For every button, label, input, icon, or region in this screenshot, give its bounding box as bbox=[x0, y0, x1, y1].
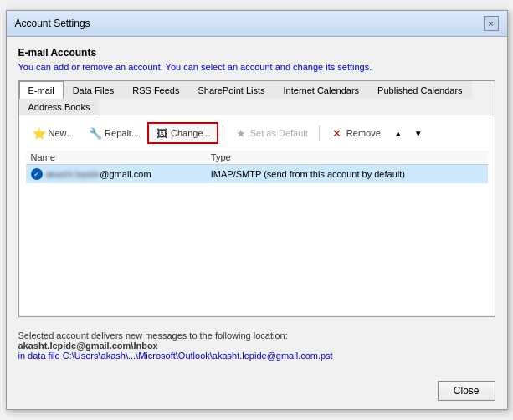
change-icon: 🖼 bbox=[155, 126, 168, 140]
new-icon: ⭐ bbox=[33, 126, 46, 140]
new-button[interactable]: ⭐ New... bbox=[26, 123, 81, 143]
tab-internet[interactable]: Internet Calendars bbox=[274, 81, 369, 99]
toolbar: ⭐ New... 🔧 Repair... 🖼 Change... ★ Se bbox=[26, 122, 488, 144]
table-row[interactable]: ✓ akasht.lepide@gmail.com IMAP/SMTP (sen… bbox=[26, 165, 488, 184]
separator1 bbox=[223, 125, 223, 141]
account-type-cell: IMAP/SMTP (send from this account by def… bbox=[206, 165, 488, 184]
default-icon: ★ bbox=[234, 126, 248, 140]
account-status-icon: ✓ bbox=[31, 168, 43, 180]
footer-info-text: Selected account delivers new messages t… bbox=[18, 330, 495, 341]
default-label: Set as Default bbox=[250, 128, 308, 138]
change-label: Change... bbox=[171, 128, 211, 138]
tab-published[interactable]: Published Calendars bbox=[368, 81, 472, 99]
title-close-button[interactable]: × bbox=[484, 16, 499, 31]
tab-bar: E-mail Data Files RSS Feeds SharePoint L… bbox=[19, 81, 495, 115]
up-icon: ▲ bbox=[394, 129, 403, 138]
close-dialog-button[interactable]: Close bbox=[438, 381, 495, 401]
remove-icon: ✕ bbox=[331, 126, 344, 140]
repair-button[interactable]: 🔧 Repair... bbox=[82, 123, 146, 143]
move-down-button[interactable]: ▼ bbox=[409, 125, 428, 141]
tab-content-email: ⭐ New... 🔧 Repair... 🖼 Change... ★ Se bbox=[19, 115, 495, 316]
col-type-header: Type bbox=[206, 151, 488, 165]
account-table: Name Type ✓ akasht.lepide@gmail.com bbox=[26, 151, 488, 183]
tab-control: E-mail Data Files RSS Feeds SharePoint L… bbox=[18, 80, 495, 317]
default-button[interactable]: ★ Set as Default bbox=[228, 123, 315, 143]
title-bar: Account Settings × bbox=[7, 11, 507, 37]
tab-email[interactable]: E-mail bbox=[19, 81, 64, 99]
tab-rssfeeds[interactable]: RSS Feeds bbox=[123, 81, 188, 99]
col-name-header: Name bbox=[26, 151, 206, 165]
change-button[interactable]: 🖼 Change... bbox=[147, 122, 218, 144]
location-bold: akasht.lepide@gmail.com\Inbox bbox=[18, 341, 495, 351]
dialog-footer: Close bbox=[7, 376, 507, 409]
account-name-cell: ✓ akasht.lepide@gmail.com bbox=[26, 165, 206, 184]
location-link: in data file C:\Users\akash\...\Microsof… bbox=[18, 351, 495, 361]
dialog-body: E-mail Accounts You can add or remove an… bbox=[7, 37, 507, 376]
repair-label: Repair... bbox=[105, 128, 139, 138]
tab-sharepoint[interactable]: SharePoint Lists bbox=[188, 81, 274, 99]
new-label: New... bbox=[49, 128, 74, 138]
move-up-button[interactable]: ▲ bbox=[389, 125, 408, 141]
section-description: You can add or remove an account. You ca… bbox=[18, 62, 495, 72]
repair-icon: 🔧 bbox=[89, 126, 102, 140]
account-name-suffix: @gmail.com bbox=[100, 169, 151, 179]
dialog-title: Account Settings bbox=[15, 18, 90, 29]
footer-info: Selected account delivers new messages t… bbox=[18, 325, 495, 366]
remove-label: Remove bbox=[346, 128, 381, 138]
account-name-blurred: akasht.lepide bbox=[46, 169, 100, 179]
down-icon: ▼ bbox=[414, 129, 423, 138]
section-title: E-mail Accounts bbox=[18, 47, 495, 59]
remove-button[interactable]: ✕ Remove bbox=[324, 123, 387, 143]
separator2 bbox=[319, 125, 320, 141]
tab-datafiles[interactable]: Data Files bbox=[64, 81, 124, 99]
tab-address[interactable]: Address Books bbox=[19, 98, 100, 115]
account-settings-dialog: Account Settings × E-mail Accounts You c… bbox=[6, 10, 508, 410]
